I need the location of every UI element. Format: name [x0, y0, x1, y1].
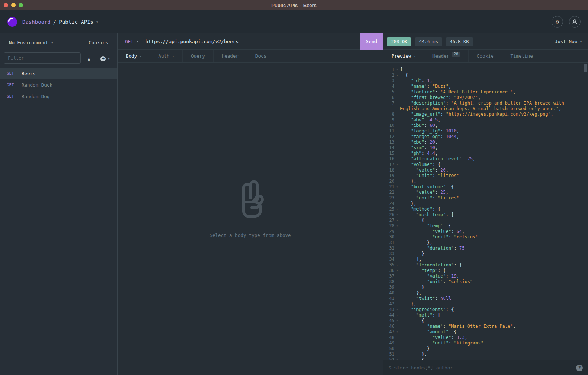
fold-toggle-icon[interactable]	[394, 123, 400, 128]
fold-toggle-icon[interactable]	[394, 112, 400, 117]
line-number: 51	[383, 352, 394, 357]
time-badge: 44.6 ms	[415, 37, 442, 46]
fold-toggle-icon[interactable]	[394, 173, 400, 179]
zoom-window-button[interactable]	[19, 3, 23, 7]
settings-button[interactable]: ⚙	[552, 16, 563, 28]
fold-toggle-icon[interactable]	[394, 117, 400, 123]
fold-toggle-icon[interactable]	[394, 324, 400, 329]
fold-toggle-icon[interactable]	[394, 273, 400, 279]
fold-toggle-icon[interactable]	[394, 156, 400, 162]
close-window-button[interactable]	[4, 3, 8, 7]
fold-toggle-icon[interactable]	[394, 285, 400, 290]
sort-requests-button[interactable]: ▲▼	[81, 54, 97, 62]
line-number: 31	[383, 240, 394, 246]
fold-toggle-icon[interactable]	[394, 335, 400, 340]
code-line: 9 "abv": 4.5,	[383, 117, 588, 123]
line-number: 39	[383, 285, 394, 290]
line-content: "boil_volume": {	[400, 184, 588, 190]
breadcrumb-dashboard-link[interactable]: Dashboard	[22, 19, 51, 25]
fold-toggle-icon[interactable]	[394, 234, 400, 240]
fold-toggle-icon[interactable]	[394, 179, 400, 184]
code-line: 12 "target_og": 1044,	[383, 134, 588, 140]
fold-toggle-icon[interactable]: ▾	[394, 184, 400, 190]
response-tab-cookie[interactable]: Cookie	[469, 50, 502, 62]
fold-toggle-icon[interactable]: ▾	[394, 357, 400, 360]
fold-toggle-icon[interactable]	[394, 84, 400, 89]
account-button[interactable]	[569, 16, 581, 28]
line-content: "fermentation": {	[400, 262, 588, 268]
fold-toggle-icon[interactable]	[394, 140, 400, 145]
fold-toggle-icon[interactable]	[394, 95, 400, 100]
fold-toggle-icon[interactable]	[394, 352, 400, 357]
line-number: 16	[383, 156, 394, 162]
line-content: "name": "Buzz",	[400, 84, 588, 89]
sidebar: No Environment ▾ Cookies ▲▼ + ▾ GET Beer…	[0, 33, 118, 375]
request-filter-input[interactable]	[4, 52, 81, 64]
fold-toggle-icon[interactable]: ▾	[394, 73, 400, 78]
response-filter-input[interactable]	[389, 365, 572, 371]
fold-toggle-icon[interactable]	[394, 346, 400, 352]
fold-toggle-icon[interactable]	[394, 279, 400, 285]
help-icon[interactable]: ?	[576, 365, 583, 371]
fold-toggle-icon[interactable]	[394, 167, 400, 173]
chevron-down-icon[interactable]: ▾	[96, 20, 98, 24]
fold-toggle-icon[interactable]: ▾	[394, 262, 400, 268]
code-line: 36 ▾ "temp": {	[383, 268, 588, 273]
fold-toggle-icon[interactable]	[394, 100, 400, 112]
fold-toggle-icon[interactable]	[394, 151, 400, 156]
fold-toggle-icon[interactable]: ▾	[394, 212, 400, 218]
response-history-dropdown[interactable]: Just Now ▾	[555, 39, 582, 44]
fold-toggle-icon[interactable]: ▾	[394, 318, 400, 324]
fold-toggle-icon[interactable]	[394, 201, 400, 206]
fold-toggle-icon[interactable]	[394, 296, 400, 301]
line-content: "unit": "litres"	[400, 195, 588, 201]
code-line: 1 ▾ [	[383, 67, 588, 73]
fold-toggle-icon[interactable]	[394, 257, 400, 262]
code-line: 29 "value": 64,	[383, 229, 588, 234]
workspace-dropdown[interactable]: Public APIs	[59, 19, 93, 25]
fold-toggle-icon[interactable]	[394, 340, 400, 346]
fold-toggle-icon[interactable]	[394, 240, 400, 246]
response-body-viewer[interactable]: 1 ▾ [ 2 ▾ { 3 "id": 1, 4 "name": "Buzz",…	[383, 62, 588, 360]
fold-toggle-icon[interactable]	[394, 134, 400, 140]
line-number: 34	[383, 257, 394, 262]
code-line: 48 "value": 3.3,	[383, 335, 588, 340]
request-list-item-random-dog[interactable]: GET Random Dog	[0, 91, 117, 102]
fold-toggle-icon[interactable]	[394, 229, 400, 234]
fold-toggle-icon[interactable]	[394, 251, 400, 257]
fold-toggle-icon[interactable]: ▾	[394, 67, 400, 73]
fold-toggle-icon[interactable]	[394, 145, 400, 151]
fold-toggle-icon[interactable]: ▾	[394, 268, 400, 273]
scrollbar-thumb[interactable]	[584, 64, 587, 72]
fold-toggle-icon[interactable]	[394, 89, 400, 95]
fold-toggle-icon[interactable]	[394, 128, 400, 134]
fold-toggle-icon[interactable]	[394, 195, 400, 201]
fold-toggle-icon[interactable]	[394, 290, 400, 296]
fold-toggle-icon[interactable]: ▾	[394, 206, 400, 212]
fold-toggle-icon[interactable]	[394, 78, 400, 84]
fold-toggle-icon[interactable]	[394, 301, 400, 307]
create-request-button[interactable]: + ▾	[97, 55, 114, 62]
code-line: 45 ▾ {	[383, 318, 588, 324]
response-tab-preview[interactable]: Preview ▾	[383, 50, 424, 62]
response-tab-header[interactable]: Header 28	[424, 50, 469, 62]
fold-toggle-icon[interactable]: ▾	[394, 162, 400, 167]
request-list-item-random-duck[interactable]: GET Random Duck	[0, 79, 117, 91]
cookies-button[interactable]: Cookies	[89, 40, 108, 45]
fold-toggle-icon[interactable]: ▾	[394, 307, 400, 312]
code-line: 37 "value": 19,	[383, 273, 588, 279]
code-line: 13 "ebc": 20,	[383, 140, 588, 145]
environment-dropdown[interactable]: No Environment ▾	[9, 40, 53, 45]
fold-toggle-icon[interactable]	[394, 190, 400, 195]
fold-toggle-icon[interactable]	[394, 246, 400, 251]
minimize-window-button[interactable]	[11, 3, 16, 7]
fold-toggle-icon[interactable]: ▾	[394, 312, 400, 318]
code-line: 32 "duration": 75	[383, 246, 588, 251]
fold-toggle-icon[interactable]: ▾	[394, 223, 400, 229]
response-link[interactable]: "https://images.punkapi.com/v2/keg.png"	[446, 112, 551, 117]
fold-toggle-icon[interactable]: ▾	[394, 329, 400, 335]
chevron-down-icon: ▾	[51, 41, 53, 45]
response-tab-timeline[interactable]: Timeline	[502, 50, 541, 62]
fold-toggle-icon[interactable]: ▾	[394, 218, 400, 223]
request-list-item-beers[interactable]: GET Beers	[0, 68, 117, 79]
